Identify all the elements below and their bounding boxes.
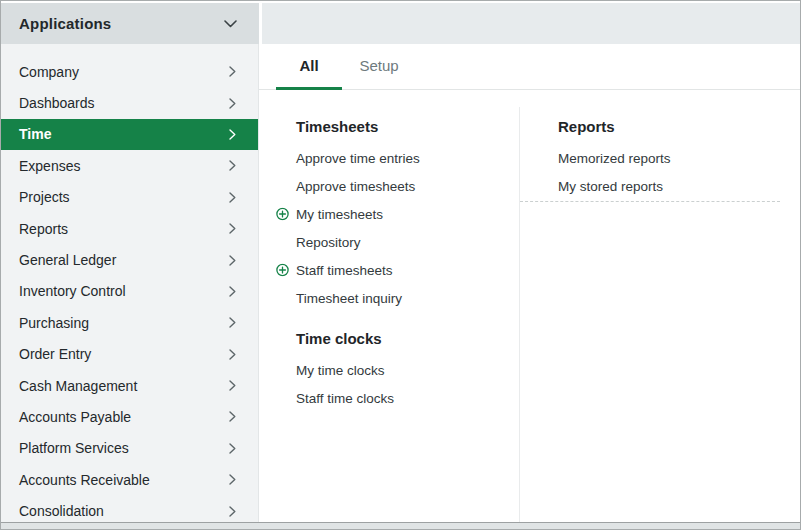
- sidebar-item-label: Purchasing: [19, 315, 89, 331]
- sidebar-item[interactable]: Expenses: [1, 150, 258, 181]
- chevron-right-icon: [229, 286, 236, 297]
- menu-link-label: My time clocks: [296, 363, 385, 378]
- applications-menu-label: Applications: [19, 15, 111, 32]
- sidebar-item-label: Order Entry: [19, 346, 91, 362]
- section-title-time-clocks: Time clocks: [296, 328, 519, 350]
- sidebar-item-label: Expenses: [19, 158, 80, 174]
- chevron-right-icon: [229, 98, 236, 109]
- chevron-right-icon: [229, 380, 236, 391]
- sidebar-item[interactable]: Cash Management: [1, 370, 258, 401]
- menu-link-label: My timesheets: [296, 207, 383, 222]
- window-bottom-edge: [1, 522, 800, 529]
- reports-links: Memorized reports My stored reports: [558, 144, 800, 200]
- menu-link-label: My stored reports: [558, 179, 663, 194]
- sidebar-item[interactable]: Accounts Payable: [1, 401, 258, 432]
- plus-circle-icon: [276, 208, 289, 221]
- menu-link[interactable]: Staff timesheets: [296, 256, 519, 284]
- chevron-right-icon: [229, 474, 236, 485]
- menu-link[interactable]: My timesheets: [296, 200, 519, 228]
- menu-link-label: Approve time entries: [296, 151, 420, 166]
- sidebar-item[interactable]: Order Entry: [1, 339, 258, 370]
- menu-link[interactable]: My stored reports: [558, 172, 800, 200]
- chevron-right-icon: [229, 317, 236, 328]
- top-bar: [262, 3, 800, 44]
- chevron-right-icon: [229, 223, 236, 234]
- column-divider: [519, 107, 520, 523]
- tab-bar: All Setup: [259, 44, 800, 90]
- chevron-right-icon: [229, 411, 236, 422]
- chevron-right-icon: [229, 506, 236, 517]
- sidebar-item-label: Accounts Payable: [19, 409, 131, 425]
- sidebar-item-label: Projects: [19, 189, 70, 205]
- sidebar-item[interactable]: Consolidation: [1, 495, 258, 523]
- timesheets-section: Timesheets Approve time entries: [296, 116, 519, 312]
- tab[interactable]: All: [276, 44, 342, 90]
- sidebar-item-label: Accounts Receivable: [19, 472, 150, 488]
- tab[interactable]: Setup: [346, 44, 412, 90]
- tab-label: All: [299, 57, 318, 74]
- sidebar-item[interactable]: Inventory Control: [1, 276, 258, 307]
- chevron-right-icon: [229, 349, 236, 360]
- chevron-right-icon: [229, 443, 236, 454]
- sidebar-item-label: Platform Services: [19, 440, 129, 456]
- menu-link-label: Staff time clocks: [296, 391, 394, 406]
- section-title-timesheets: Timesheets: [296, 116, 519, 138]
- sidebar-item[interactable]: General Ledger: [1, 244, 258, 275]
- plus-circle-icon: [276, 264, 289, 277]
- reports-section: Reports Memorized reports: [558, 116, 800, 202]
- chevron-right-icon: [229, 66, 236, 77]
- chevron-right-icon: [229, 192, 236, 203]
- chevron-down-icon: [224, 20, 237, 28]
- sidebar-item[interactable]: Platform Services: [1, 433, 258, 464]
- section-divider-dashed: [520, 201, 780, 202]
- tab-label: Setup: [359, 57, 398, 74]
- applications-menu-header[interactable]: Applications: [1, 3, 259, 44]
- time-module-panel: All Setup Timesheets: [259, 44, 800, 523]
- menu-link-label: Timesheet inquiry: [296, 291, 402, 306]
- sidebar-item[interactable]: Company: [1, 56, 258, 87]
- menu-link-label: Staff timesheets: [296, 263, 393, 278]
- app-window: Applications Company Dashboards Time: [0, 0, 801, 530]
- menu-link-label: Memorized reports: [558, 151, 671, 166]
- sidebar-item-label: Consolidation: [19, 503, 104, 519]
- time-clocks-links: My time clocks Staff time clocks: [296, 356, 519, 412]
- menu-link[interactable]: Timesheet inquiry: [296, 284, 519, 312]
- sidebar-item-label: Company: [19, 64, 79, 80]
- time-clocks-section: Time clocks My time clocks: [296, 328, 519, 412]
- sidebar-item[interactable]: Reports: [1, 213, 258, 244]
- menu-link[interactable]: Memorized reports: [558, 144, 800, 172]
- chevron-right-icon: [229, 255, 236, 266]
- sidebar-item-label: Inventory Control: [19, 283, 126, 299]
- left-menu-column: Timesheets Approve time entries: [259, 90, 519, 523]
- menu-link[interactable]: Repository: [296, 228, 519, 256]
- sidebar-item-label: Cash Management: [19, 378, 137, 394]
- timesheets-links: Approve time entries Approve timesheets: [296, 144, 519, 312]
- sidebar-item-label: Reports: [19, 221, 68, 237]
- menu-link[interactable]: Approve time entries: [296, 144, 519, 172]
- chevron-right-icon: [229, 129, 236, 140]
- sidebar-item-label: Dashboards: [19, 95, 95, 111]
- sidebar-item[interactable]: Purchasing: [1, 307, 258, 338]
- sidebar-item[interactable]: Accounts Receivable: [1, 464, 258, 495]
- applications-sidebar: Company Dashboards Time Expenses: [1, 44, 259, 523]
- menu-link-label: Approve timesheets: [296, 179, 415, 194]
- sidebar-item[interactable]: Dashboards: [1, 87, 258, 118]
- menu-link[interactable]: Staff time clocks: [296, 384, 519, 412]
- chevron-right-icon: [229, 160, 236, 171]
- sidebar-item[interactable]: Time: [1, 119, 258, 150]
- sidebar-item[interactable]: Projects: [1, 182, 258, 213]
- menu-columns: Timesheets Approve time entries: [259, 90, 800, 523]
- section-title-reports: Reports: [558, 116, 800, 138]
- menu-link[interactable]: My time clocks: [296, 356, 519, 384]
- sidebar-item-label: General Ledger: [19, 252, 116, 268]
- menu-link[interactable]: Approve timesheets: [296, 172, 519, 200]
- menu-link-label: Repository: [296, 235, 361, 250]
- right-menu-column: Reports Memorized reports: [519, 90, 800, 523]
- sidebar-item-label: Time: [19, 126, 51, 142]
